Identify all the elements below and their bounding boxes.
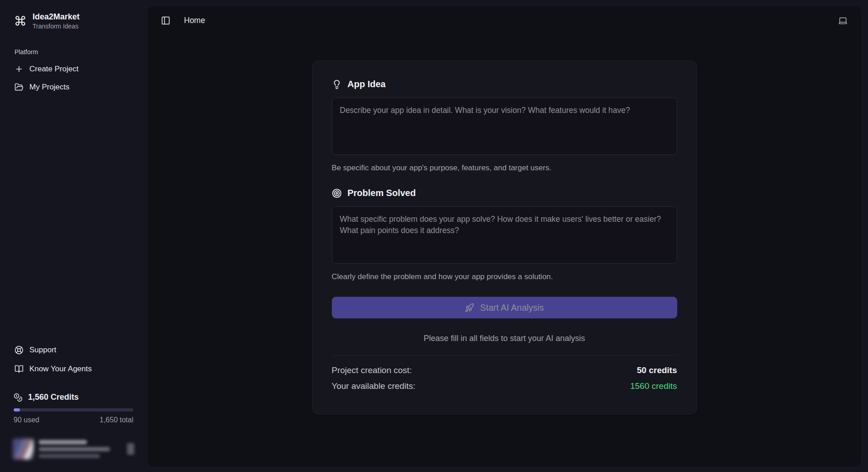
available-credits-value: 1560 credits — [630, 381, 677, 391]
sidebar-item-label: Know Your Agents — [29, 365, 92, 374]
sidebar-toggle-button[interactable] — [159, 14, 172, 27]
folder-open-icon — [14, 83, 24, 92]
panel-header: Home — [147, 6, 861, 35]
command-icon — [14, 15, 26, 27]
app-tagline: Transform Ideas — [33, 22, 80, 30]
panel-body: App Idea Be specific about your app's pu… — [147, 35, 861, 467]
sidebar-item-label: My Projects — [29, 83, 70, 92]
sidebar-item-know-your-agents[interactable]: Know Your Agents — [11, 360, 136, 378]
sidebar-section-label: Platform — [14, 48, 136, 56]
main-panel: Home App Idea Be specific about your app… — [147, 5, 862, 467]
start-ai-analysis-button[interactable]: Start AI Analysis — [332, 297, 677, 318]
problem-solved-input[interactable] — [332, 206, 677, 264]
user-menu-button[interactable] — [11, 436, 136, 462]
project-cost-row: Project creation cost: 50 credits — [332, 365, 677, 375]
project-cost-value: 50 credits — [637, 365, 677, 375]
project-cost-label: Project creation cost: — [332, 365, 412, 375]
sidebar-footer-nav: Support Know Your Agents — [11, 341, 136, 378]
credits-progress-bar — [14, 408, 133, 411]
page-title: Home — [184, 16, 205, 25]
divider — [332, 355, 677, 355]
panel-left-icon — [161, 16, 170, 25]
start-ai-analysis-label: Start AI Analysis — [480, 303, 544, 313]
available-credits-row: Your available credits: 1560 credits — [332, 381, 677, 391]
chevron-up-down-icon — [127, 443, 134, 455]
sidebar-spacer — [11, 96, 136, 341]
avatar — [13, 439, 33, 459]
sidebar-item-label: Create Project — [29, 65, 79, 74]
book-open-icon — [14, 365, 24, 374]
user-redacted-text — [39, 440, 122, 458]
problem-solved-helper: Clearly define the problem and how your … — [332, 272, 677, 281]
laptop-icon — [838, 16, 848, 25]
app-title: Idea2Market — [33, 12, 80, 22]
sidebar-item-create-project[interactable]: Create Project — [11, 60, 136, 78]
app-logo-button[interactable]: Idea2Market Transform Ideas — [11, 10, 136, 32]
app-idea-title: App Idea — [348, 79, 386, 89]
sidebar-item-support[interactable]: Support — [11, 341, 136, 359]
credits-total-label: 1,560 Credits — [28, 393, 79, 402]
life-buoy-icon — [14, 346, 24, 355]
credits-used-label: 90 used — [14, 416, 39, 424]
plus-icon — [14, 65, 24, 74]
target-icon — [332, 188, 342, 198]
sidebar-item-my-projects[interactable]: My Projects — [11, 78, 136, 96]
app-idea-heading: App Idea — [332, 79, 677, 89]
create-project-card: App Idea Be specific about your app's pu… — [312, 61, 697, 415]
coins-icon — [14, 393, 23, 402]
app-idea-input[interactable] — [332, 98, 677, 155]
credits-max-label: 1,650 total — [99, 416, 133, 424]
validation-note: Please fill in all fields to start your … — [332, 334, 677, 343]
rocket-icon — [465, 303, 474, 313]
sidebar: Idea2Market Transform Ideas Platform Cre… — [0, 0, 147, 472]
sidebar-item-label: Support — [29, 346, 57, 355]
available-credits-label: Your available credits: — [332, 381, 415, 391]
credits-progress-fill — [14, 408, 20, 411]
app-idea-helper: Be specific about your app's purpose, fe… — [332, 164, 677, 173]
problem-solved-heading: Problem Solved — [332, 188, 677, 198]
device-preview-button[interactable] — [836, 14, 849, 27]
problem-solved-title: Problem Solved — [348, 188, 416, 198]
lightbulb-icon — [332, 79, 342, 89]
credits-block: 1,560 Credits 90 used 1,650 total — [11, 393, 136, 424]
